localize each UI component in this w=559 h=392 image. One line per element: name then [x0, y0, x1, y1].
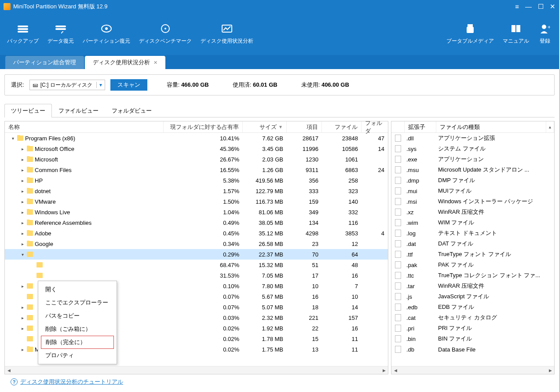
- partition-recovery-button[interactable]: パーティション復元: [78, 21, 135, 48]
- ext-row[interactable]: .sysシステム ファイル: [391, 143, 554, 154]
- ext-type: テキスト ドキュメント: [436, 229, 554, 237]
- context-menu-item[interactable]: 開く: [38, 283, 117, 296]
- ext-row[interactable]: .wimWIM ファイル: [391, 217, 554, 228]
- tab-tree-view[interactable]: ツリービュー: [4, 104, 52, 117]
- ext-row[interactable]: .tarWinRAR 压缩文件: [391, 281, 554, 291]
- expand-arrow-icon[interactable]: ▸: [20, 242, 25, 246]
- scroll-right-icon[interactable]: ▶: [380, 368, 388, 373]
- hamburger-icon[interactable]: ≡: [515, 3, 519, 11]
- expand-arrow-icon[interactable]: ▸: [20, 157, 25, 162]
- ext-body[interactable]: .dllアプリケーション拡張.sysシステム ファイル.exeアプリケーション.…: [391, 133, 554, 366]
- data-recovery-button[interactable]: データ復元: [43, 21, 78, 48]
- ext-row[interactable]: .binBIN ファイル: [391, 333, 554, 344]
- scroll-left-icon[interactable]: ◀: [5, 368, 13, 373]
- expand-arrow-icon[interactable]: ▸: [20, 220, 25, 225]
- context-menu-item[interactable]: パスをコピー: [38, 309, 117, 322]
- expand-arrow-icon[interactable]: ▸: [20, 305, 25, 310]
- tree-body[interactable]: ▾Program Files (x86)10.41%7.62 GB2861723…: [5, 133, 388, 366]
- expand-arrow-icon[interactable]: ▸: [20, 147, 25, 151]
- expand-arrow-icon[interactable]: ▾: [10, 136, 15, 141]
- expand-arrow-icon[interactable]: ▸: [20, 284, 25, 289]
- expand-arrow-icon[interactable]: ▸: [20, 199, 25, 204]
- ext-scrollbar-horizontal[interactable]: ◀ ▶: [391, 366, 554, 374]
- scroll-left-icon[interactable]: ◀: [391, 368, 399, 373]
- bootable-media-button[interactable]: ブータブルメディア: [442, 21, 498, 48]
- ext-row[interactable]: .catセキュリティ カタログ: [391, 312, 554, 323]
- expand-arrow-icon[interactable]: ▸: [20, 210, 25, 215]
- tree-row[interactable]: ▸Google0.34%26.58 MB2312: [5, 238, 388, 249]
- tree-row[interactable]: ▸Reference Assemblies0.49%38.05 MB134116: [5, 217, 388, 228]
- tree-row[interactable]: ▸HP5.38%419.56 MB356258: [5, 175, 388, 186]
- ext-name: .dmp: [405, 177, 436, 184]
- maximize-icon[interactable]: ☐: [538, 3, 544, 11]
- tree-row[interactable]: 31.53%7.05 MB1716: [5, 270, 388, 281]
- col-folders[interactable]: フォルダ: [362, 121, 388, 132]
- ext-row[interactable]: .dbData Base File: [391, 344, 554, 355]
- expand-arrow-icon[interactable]: ▸: [20, 347, 25, 352]
- tree-row[interactable]: ▸Microsoft Office45.36%3.45 GB1199610586…: [5, 143, 388, 154]
- col-file-type[interactable]: ファイルの種類: [436, 121, 546, 132]
- col-files[interactable]: ファイル: [322, 121, 362, 132]
- minimize-icon[interactable]: —: [525, 3, 532, 11]
- file-type-icon: [395, 346, 401, 353]
- tree-row[interactable]: ▸Common Files16.55%1.26 GB9311686324: [5, 165, 388, 175]
- col-ratio[interactable]: 現フォルダに対する占有率: [164, 121, 243, 132]
- tree-row[interactable]: ▸Adobe0.45%35.12 MB429838534: [5, 228, 388, 238]
- context-menu-item[interactable]: 削除（ごみ箱に）: [38, 322, 117, 336]
- col-extension[interactable]: 拡張子: [405, 121, 436, 132]
- disk-benchmark-button[interactable]: ディスクベンチマーク: [135, 21, 196, 48]
- tree-row[interactable]: ▸Windows Live1.04%81.06 MB349332: [5, 207, 388, 217]
- col-name[interactable]: 名称: [5, 121, 164, 132]
- expand-arrow-icon[interactable]: ▸: [20, 315, 25, 320]
- expand-arrow-icon[interactable]: ▸: [20, 326, 25, 331]
- drive-dropdown[interactable]: 🖴 [C:] ローカルディスク ▾: [29, 80, 105, 90]
- scroll-up-icon[interactable]: ▲: [546, 121, 554, 132]
- ext-row[interactable]: .priPRI ファイル: [391, 323, 554, 333]
- scroll-right-icon[interactable]: ▶: [546, 368, 554, 373]
- ext-row[interactable]: .msiWindows インストーラー パッケージ: [391, 196, 554, 207]
- tree-row[interactable]: ▸dotnet1.57%122.79 MB333323: [5, 186, 388, 196]
- ext-row[interactable]: .ttcTrueType コレクション フォント ファ...: [391, 270, 554, 281]
- scan-button[interactable]: スキャン: [110, 79, 147, 91]
- expand-arrow-icon[interactable]: ▸: [20, 168, 25, 172]
- tree-row[interactable]: ▾Program Files (x86)10.41%7.62 GB2861723…: [5, 133, 388, 143]
- col-size[interactable]: サイズ ▼: [243, 121, 287, 132]
- expand-arrow-icon[interactable]: ▾: [20, 252, 25, 257]
- disk-usage-analyzer-button[interactable]: ディスク使用状況分析: [196, 21, 258, 48]
- ext-row[interactable]: .msuMicrosoft Update スタンドアロン ...: [391, 165, 554, 175]
- ext-row[interactable]: .datDAT ファイル: [391, 238, 554, 249]
- expand-arrow-icon[interactable]: ▸: [20, 231, 25, 236]
- folder-icon: [27, 209, 33, 215]
- ext-row[interactable]: .dllアプリケーション拡張: [391, 133, 554, 143]
- ext-row[interactable]: .ttfTrueType フォント ファイル: [391, 249, 554, 260]
- col-items[interactable]: 項目: [287, 121, 322, 132]
- close-icon[interactable]: ✕: [550, 3, 555, 11]
- ext-row[interactable]: .logテキスト ドキュメント: [391, 228, 554, 238]
- ext-row[interactable]: .xzWinRAR 压缩文件: [391, 207, 554, 217]
- expand-arrow-icon[interactable]: ▸: [20, 178, 25, 183]
- tree-row[interactable]: ▸Microsoft26.67%2.03 GB12301061: [5, 154, 388, 165]
- tree-row[interactable]: 68.47%15.32 MB5148: [5, 260, 388, 270]
- tree-row[interactable]: ▸VMware1.50%116.73 MB159140: [5, 196, 388, 207]
- context-menu-item[interactable]: ここでエクスプローラー: [38, 296, 117, 309]
- tree-row[interactable]: ▾0.29%22.37 MB7064: [5, 249, 388, 260]
- backup-button[interactable]: バックアップ: [3, 21, 43, 48]
- manual-button[interactable]: マニュアル: [498, 21, 533, 48]
- tab-close-icon[interactable]: ✕: [153, 60, 157, 66]
- tutorial-link[interactable]: ディスク使用状況分析のチュートリアル: [20, 378, 123, 386]
- ext-row[interactable]: .edbEDB ファイル: [391, 302, 554, 312]
- tab-file-view[interactable]: ファイルビュー: [52, 104, 105, 117]
- scrollbar-horizontal[interactable]: ◀ ▶: [5, 366, 388, 374]
- context-menu-item[interactable]: 削除（完全に）: [41, 336, 114, 349]
- tab-folder-view[interactable]: フォルダビュー: [105, 104, 158, 117]
- register-button[interactable]: + 登録: [533, 21, 556, 48]
- tab-disk-usage-analyzer[interactable]: ディスク使用状況分析 ✕: [85, 56, 165, 69]
- tab-partition-management[interactable]: パーティション総合管理: [5, 56, 84, 69]
- ext-row[interactable]: .muiMUIファイル: [391, 186, 554, 196]
- ext-row[interactable]: .pakPAK ファイル: [391, 260, 554, 270]
- context-menu-item[interactable]: プロパティ: [38, 349, 117, 362]
- ext-row[interactable]: .jsJavaScript ファイル: [391, 291, 554, 302]
- expand-arrow-icon[interactable]: ▸: [20, 189, 25, 194]
- ext-row[interactable]: .exeアプリケーション: [391, 154, 554, 165]
- ext-row[interactable]: .dmpDMP ファイル: [391, 175, 554, 186]
